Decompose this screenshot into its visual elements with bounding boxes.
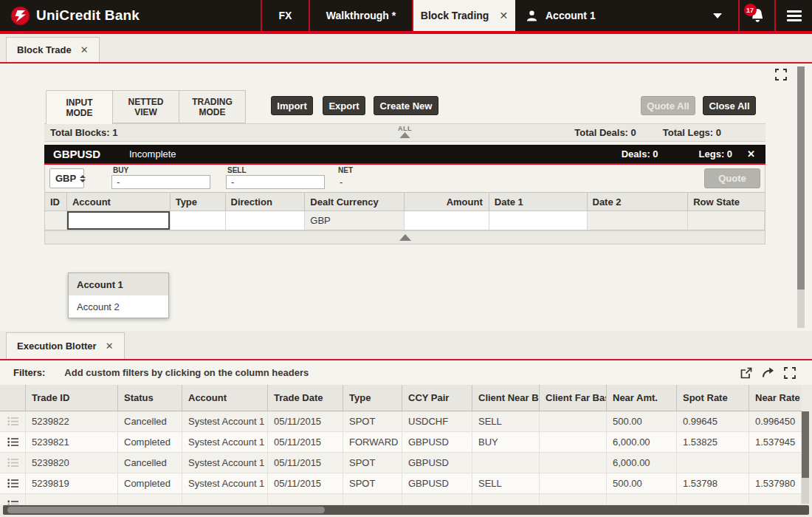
cell-spot-rate xyxy=(677,453,749,473)
scrollbar-thumb[interactable] xyxy=(7,507,325,513)
scrollbar-thumb[interactable] xyxy=(802,411,809,478)
tab-block-trade[interactable]: Block Trade ✕ xyxy=(6,37,100,62)
grid-header-date1[interactable]: Date 1 xyxy=(489,192,588,211)
menu-button[interactable] xyxy=(774,0,812,31)
grid-header-row-state[interactable]: Row State xyxy=(688,192,765,211)
total-blocks: Total Blocks: 1 xyxy=(50,127,118,138)
cell-trade-id: 5239821 xyxy=(26,432,118,453)
tab-walkthrough[interactable]: Walkthrough * xyxy=(309,0,412,31)
blotter-header-client-far-base[interactable]: Client Far Base xyxy=(540,385,607,411)
brand-name: UniCredit Bank xyxy=(36,7,140,24)
account-option-2[interactable]: Account 2 xyxy=(69,295,168,318)
table-row[interactable]: 5239822 Cancelled Systest Account 1 05/1… xyxy=(0,411,802,432)
row-menu-icon[interactable] xyxy=(7,479,18,488)
cell-type: SPOT xyxy=(343,411,402,432)
vertical-scrollbar[interactable] xyxy=(797,66,805,328)
quote-all-button[interactable]: Quote All xyxy=(641,96,695,115)
collapse-up-icon[interactable] xyxy=(399,234,411,241)
blotter-header-trade-date[interactable]: Trade Date xyxy=(268,385,343,411)
cell-account: Systest Account 1 xyxy=(182,411,268,432)
top-navigation-bar: UniCredit Bank FX Walkthrough * Block Tr… xyxy=(0,0,812,31)
row-menu-cell[interactable] xyxy=(0,473,26,494)
cell-client-far-base xyxy=(540,453,607,473)
horizontal-scrollbar[interactable] xyxy=(3,505,809,515)
tab-block-trading[interactable]: Block Trading ✕ xyxy=(412,0,515,31)
cell-client-far-base xyxy=(540,432,607,453)
grid-cell-type[interactable] xyxy=(171,211,226,230)
blotter-table: Trade ID Status Account Trade Date Type … xyxy=(0,385,802,504)
row-menu-cell[interactable] xyxy=(0,453,26,473)
grid-cell-row-state xyxy=(688,211,765,230)
total-legs: Total Legs: 0 xyxy=(663,127,721,138)
blotter-header-near-rate[interactable]: Near Rate xyxy=(749,385,802,411)
share-icon[interactable] xyxy=(762,367,774,378)
expand-icon[interactable] xyxy=(784,367,796,379)
open-in-new-window-icon[interactable] xyxy=(740,367,752,379)
cell-type: FORWARD xyxy=(343,432,402,453)
export-button[interactable]: Export xyxy=(323,96,365,115)
close-icon[interactable]: ✕ xyxy=(80,44,89,55)
net-label: NET xyxy=(338,166,353,174)
close-icon[interactable]: ✕ xyxy=(499,10,508,21)
close-icon[interactable]: ✕ xyxy=(747,148,755,160)
grid-header-id[interactable]: ID xyxy=(45,192,67,211)
blotter-header-account[interactable]: Account xyxy=(182,385,268,411)
close-all-button[interactable]: Close All xyxy=(703,96,756,115)
expand-icon[interactable] xyxy=(775,69,787,83)
grid-cell-date2 xyxy=(588,211,689,230)
quote-button[interactable]: Quote xyxy=(704,168,760,188)
row-menu-cell[interactable] xyxy=(0,432,26,453)
account-option-1[interactable]: Account 1 xyxy=(69,273,168,295)
close-icon[interactable]: ✕ xyxy=(106,340,114,352)
grid-header-direction[interactable]: Direction xyxy=(226,192,306,211)
blotter-header-status[interactable]: Status xyxy=(118,385,182,411)
tab-execution-blotter[interactable]: Execution Blotter ✕ xyxy=(6,332,125,359)
account-selector[interactable]: Account 1 xyxy=(515,0,738,31)
blotter-header-ccy-pair[interactable]: CCY Pair xyxy=(402,385,472,411)
table-row[interactable]: 5239820 Cancelled Systest Account 1 05/1… xyxy=(0,453,802,473)
currency-select[interactable]: GBP xyxy=(49,168,84,188)
block-gbpusd: GBPUSD Incomplete Deals: 0 Legs: 0 ✕ GBP… xyxy=(44,145,765,244)
notifications-button[interactable]: 17 xyxy=(738,0,774,31)
row-menu-cell[interactable] xyxy=(0,411,26,432)
vertical-scrollbar[interactable] xyxy=(802,411,809,504)
account-input[interactable] xyxy=(67,211,170,230)
grid-cell-direction[interactable] xyxy=(226,211,306,230)
table-row[interactable]: 5239819 Completed Systest Account 1 05/1… xyxy=(0,473,802,494)
sell-input[interactable] xyxy=(226,175,325,189)
grid-header-type[interactable]: Type xyxy=(171,192,226,211)
grid-header-date2[interactable]: Date 2 xyxy=(588,192,689,211)
import-button[interactable]: Import xyxy=(271,96,313,115)
create-new-button[interactable]: Create New xyxy=(374,96,438,115)
cell-trade-date: 05/11/2015 xyxy=(268,432,343,453)
tab-fx[interactable]: FX xyxy=(261,0,309,31)
blotter-header-type[interactable]: Type xyxy=(343,385,402,411)
cell-client-near-base xyxy=(472,453,540,473)
grid-header-amount[interactable]: Amount xyxy=(405,192,489,211)
blotter-header-near-amt[interactable]: Near Amt. xyxy=(607,385,677,411)
collapse-all-control[interactable]: ALL xyxy=(398,125,412,138)
tab-trading-mode[interactable]: TRADING MODE xyxy=(179,90,246,123)
account-label: Account 1 xyxy=(546,10,596,21)
grid-cell-date1[interactable] xyxy=(489,211,588,230)
grid-cell-amount[interactable] xyxy=(405,211,489,230)
chevron-down-icon xyxy=(713,13,722,18)
row-menu-icon[interactable] xyxy=(7,458,18,468)
scrollbar-thumb[interactable] xyxy=(797,66,805,290)
blotter-header-spot-rate[interactable]: Spot Rate xyxy=(677,385,749,411)
blotter-header-row: Trade ID Status Account Trade Date Type … xyxy=(0,385,802,411)
notification-badge: 17 xyxy=(744,4,757,16)
tab-netted-view[interactable]: NETTED VIEW xyxy=(112,90,179,123)
buy-input[interactable] xyxy=(111,175,210,189)
table-row[interactable]: 5239821 Completed Systest Account 1 05/1… xyxy=(0,432,802,453)
blotter-header-trade-id[interactable]: Trade ID xyxy=(26,385,118,411)
row-menu-icon[interactable] xyxy=(7,417,18,426)
row-menu-icon[interactable] xyxy=(7,437,18,447)
grid-header-account[interactable]: Account xyxy=(67,192,171,211)
filters-hint: Add custom filters by clicking on the co… xyxy=(64,367,309,378)
bell-icon: 17 xyxy=(749,7,766,24)
grid-header-dealt-currency[interactable]: Dealt Currency xyxy=(305,192,405,211)
tab-input-mode[interactable]: INPUT MODE xyxy=(46,90,113,124)
blotter-header-client-near-base[interactable]: Client Near Base xyxy=(472,385,540,411)
block-status: Incomplete xyxy=(129,148,176,160)
